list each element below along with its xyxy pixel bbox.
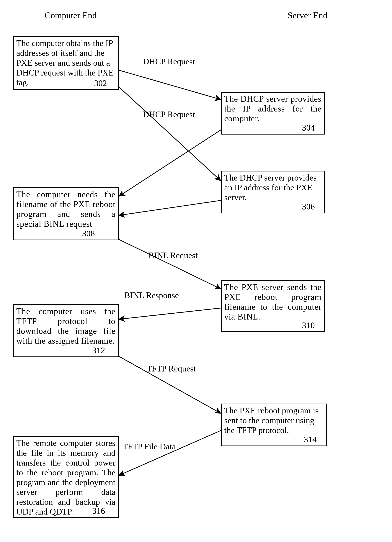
- node-316: The remote computer stores the file in i…: [13, 436, 119, 518]
- edge-label-dhcp-request-1: DHCP Request: [143, 57, 195, 66]
- node-306-text: The DHCP server provides an IP address f…: [224, 173, 321, 202]
- node-308-text: The computer needs the filename of the P…: [16, 190, 115, 229]
- node-316-num: 316: [92, 506, 105, 516]
- edge-label-tftp-file-data: TFTP File Data: [122, 442, 176, 451]
- edge-label-dhcp-request-2: DHCP Request: [143, 109, 195, 119]
- arrow-302-to-306: [119, 87, 220, 180]
- edge-label-binl-request: BINL Request: [148, 250, 198, 260]
- edge-label-binl-response: BINL Response: [124, 290, 179, 300]
- node-306-num: 306: [302, 202, 315, 211]
- arrow-302-to-304: [119, 70, 220, 99]
- node-312-text: The computer uses the TFTP protocol to d…: [16, 307, 115, 346]
- node-310-text: The PXE server sends the PXE reboot prog…: [224, 282, 321, 322]
- header-computer-end: Computer End: [44, 10, 97, 20]
- arrow-304-to-308: [120, 130, 221, 196]
- arrow-314-to-316: [120, 430, 221, 475]
- arrow-306-to-308: [120, 201, 221, 215]
- node-314-text: The PXE reboot program is sent to the co…: [224, 406, 323, 435]
- node-316-text: The remote computer stores the file in i…: [16, 438, 115, 517]
- node-310: The PXE server sends the PXE reboot prog…: [221, 280, 325, 332]
- node-302: The computer obtains the IP addresses of…: [13, 36, 119, 90]
- node-314-num: 314: [304, 434, 317, 444]
- node-308: The computer needs the filename of the P…: [13, 187, 119, 240]
- header-server-end: Server End: [288, 10, 328, 20]
- node-310-num: 310: [302, 320, 315, 330]
- node-308-num: 308: [82, 229, 95, 238]
- node-304: The DHCP server provides the IP address …: [221, 92, 325, 135]
- node-314: The PXE reboot program is sent to the co…: [221, 404, 327, 446]
- node-312-num: 312: [92, 346, 105, 355]
- edge-label-tftp-request: TFTP Request: [147, 364, 196, 374]
- node-304-num: 304: [302, 123, 315, 133]
- arrow-308-to-310: [119, 239, 220, 288]
- node-312: The computer uses the TFTP protocol to d…: [13, 304, 119, 357]
- node-302-num: 302: [94, 78, 107, 88]
- node-306: The DHCP server provides an IP address f…: [221, 171, 325, 213]
- arrow-310-to-312: [120, 308, 221, 319]
- node-304-text: The DHCP server provides the IP address …: [224, 94, 321, 124]
